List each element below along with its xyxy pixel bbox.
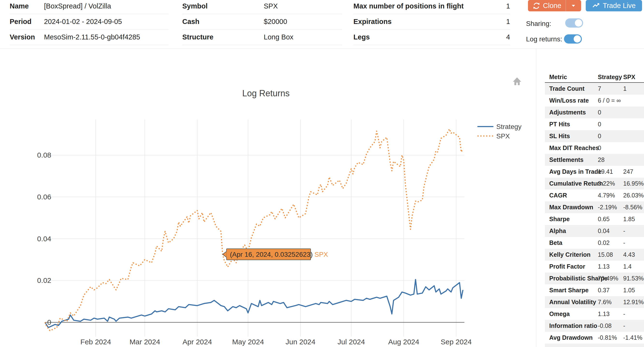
metrics-cell: Avg Days in Trade [545,168,594,175]
x-tick-label: Feb 2024 [80,338,111,346]
metrics-cell: Max Drawdown [545,204,594,211]
series-line-strategy [45,279,463,328]
metrics-row [545,343,644,347]
metrics-cell: -0.08 [594,322,619,329]
instrument-info-table: SymbolSPXCash$20000StructureLong Box [182,0,342,45]
info-row: Name[BoxSpread] / VolZilla [10,0,168,14]
clone-dropdown-button[interactable] [566,0,581,11]
metrics-cell: - [619,239,644,246]
tooltip-series-label: SPX [314,251,328,258]
metrics-cell: PT Hits [545,121,594,128]
info-row: StructureLong Box [182,30,342,45]
metrics-cell: 12.91% [619,299,644,306]
metrics-cell: 26.03% [619,192,644,199]
metrics-cell: -1.41% [619,334,644,341]
info-row: Period2024-01-02 - 2024-09-05 [10,14,168,30]
x-tick-label: Sep 2024 [441,338,472,346]
metrics-row: Annual Volatility7.6%12.91% [545,296,644,308]
trade-live-button[interactable]: Trade Live [586,0,642,11]
metrics-cell: 0.04 [594,227,619,234]
clone-button-main[interactable]: Clone [528,0,566,11]
info-value: $20000 [264,18,287,26]
info-row: SymbolSPX [182,0,342,14]
metrics-cell: 1.85 [619,216,644,223]
metrics-row: Trade Count71 [545,83,644,95]
metrics-cell: SL Hits [545,133,594,140]
legend-label: SPX [496,132,510,140]
caret-down-icon [572,5,575,7]
metrics-cell: 0.37 [594,287,619,294]
metrics-cell: 0 [594,144,619,151]
metrics-row: Probabilistic Sharpe70.49%91.53% [545,272,644,284]
info-row: Legs4 [354,30,510,45]
metrics-cell: 7.6% [594,299,619,306]
legend-item-spx[interactable]: SPX [478,132,510,140]
info-value: 2024-01-02 - 2024-09-05 [44,18,122,26]
info-label: Name [10,2,44,10]
metrics-cell: 1 [619,85,644,92]
chart-series [45,129,463,330]
x-tick-label: Apr 2024 [182,338,212,346]
metrics-cell: - [619,227,644,234]
chart-legend[interactable]: StrategySPX [478,123,522,140]
log-returns-toggle-knob [574,35,581,43]
metrics-row: Smart Sharpe0.371.05 [545,284,644,296]
info-row: Expirations1 [354,14,510,30]
metrics-row: Alpha0.04- [545,225,644,237]
y-tick-label: 0.08 [37,151,51,159]
y-tick-label: 0.04 [37,235,51,243]
metrics-cell: 70.49% [594,275,619,282]
metrics-table: MetricStrategySPXTrade Count71Win/Loss r… [545,72,644,347]
metrics-cell: Strategy [594,74,619,81]
metrics-row: Max Drawdown-2.19%-8.56% [545,201,644,213]
legend-item-strategy[interactable]: Strategy [478,123,522,130]
metrics-cell: Kelly Criterion [545,251,594,258]
strategy-info-table: Name[BoxSpread] / VolZillaPeriod2024-01-… [10,0,168,45]
metrics-cell: Smart Sharpe [545,287,594,294]
metrics-cell: Max DIT Reaches [545,144,594,151]
clone-button[interactable]: Clone [528,0,581,11]
metrics-cell: Omega [545,310,594,317]
home-icon[interactable] [513,78,521,85]
metrics-cell: 1.4 [619,263,644,270]
metrics-row: Kelly Criterion15.084.43 [545,249,644,261]
info-row: Cash$20000 [182,14,342,30]
y-tick-label: 0.06 [37,193,51,201]
sharing-toggle[interactable] [565,19,583,28]
metrics-row: CAGR4.79%26.03% [545,189,644,201]
metrics-cell: 19.41 [594,168,619,175]
series-line-spx [45,129,463,330]
chart-title: Log Returns [242,88,290,98]
metrics-cell: Win/Loss rate [545,97,594,104]
metrics-cell: - [619,322,644,329]
metrics-row: Avg Days in Trade19.41247 [545,166,644,178]
sharing-toggle-knob [575,19,582,27]
chart-metrics-divider [536,49,536,347]
legend-label: Strategy [496,123,522,130]
y-tick-label: 0.02 [37,276,51,284]
metrics-cell: -0.81% [594,334,619,341]
metrics-cell: 1.13 [594,263,619,270]
info-label: Legs [354,33,370,41]
metrics-cell: Cumulative Return [545,180,594,187]
info-label: Cash [182,18,264,26]
log-returns-chart[interactable]: Log Returns Feb 2024Mar 2024Apr 2024May … [0,49,536,347]
metrics-row: Settlements28 [545,154,644,166]
x-tick-label: Jul 2024 [338,338,365,346]
metrics-cell: Beta [545,239,594,246]
tooltip-text: (Apr 16, 2024, 0.03252623) [230,251,312,258]
chart-gridlines [45,120,464,336]
log-returns-toggle[interactable] [564,34,582,44]
info-row: VersionMesoSim-2.11.55-0-gb04f4285 [10,30,168,45]
metrics-row: PT Hits0 [545,118,644,130]
x-tick-label: Aug 2024 [388,338,419,346]
backtest-results-page: Name[BoxSpread] / VolZillaPeriod2024-01-… [0,0,644,347]
metrics-cell: 1.05 [619,287,644,294]
metrics-row: Adjustments0 [545,107,644,118]
log-returns-toggle-label: Log returns: [526,35,562,43]
metrics-cell: 4.43 [619,251,644,258]
metrics-header-row: MetricStrategySPX [545,72,644,83]
metrics-cell: Profit Factor [545,263,594,270]
clone-icon [533,2,540,10]
metrics-cell: Annual Volatility [545,299,594,306]
